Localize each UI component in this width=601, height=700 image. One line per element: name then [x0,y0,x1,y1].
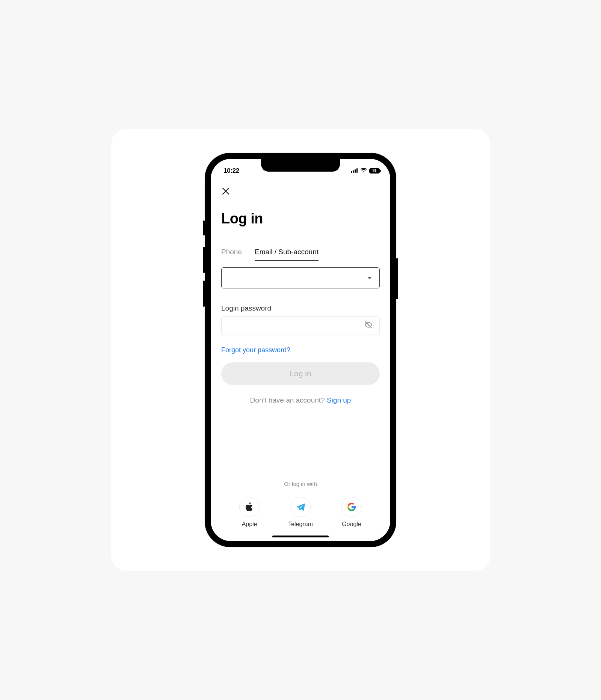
phone-side-button [203,281,205,307]
social-login-divider: Or log in with [221,481,380,487]
phone-side-button [203,247,205,273]
social-label-google: Google [342,521,361,528]
password-field[interactable] [221,316,380,335]
social-label-telegram: Telegram [288,521,313,528]
phone-side-button [203,220,205,235]
social-login-row: Apple Telegram Google [225,497,376,541]
tab-phone[interactable]: Phone [221,248,242,261]
home-indicator[interactable] [272,536,329,537]
cellular-icon [351,167,358,175]
status-time: 10:22 [223,167,239,175]
close-icon[interactable] [222,186,230,197]
email-account-select[interactable] [221,267,380,288]
signup-prompt: Don't have an account? Sign up [221,396,380,404]
signup-prompt-text: Don't have an account? [250,396,327,404]
chevron-down-icon [367,277,372,279]
svg-rect-3 [356,168,358,173]
apple-icon [239,497,260,517]
wifi-icon [360,167,367,175]
telegram-icon [290,497,311,517]
signup-link[interactable]: Sign up [327,396,351,404]
social-login-telegram[interactable]: Telegram [288,497,313,528]
social-login-google[interactable]: Google [341,497,362,528]
svg-rect-2 [355,169,356,173]
app-showcase-frame: 10:22 91 [111,129,490,571]
battery-level: 91 [372,169,376,173]
divider-text: Or log in with [284,481,317,487]
tab-email[interactable]: Email / Sub-account [255,248,319,261]
svg-rect-1 [353,170,354,173]
phone-notch [261,159,340,172]
login-screen: Log in Phone Email / Sub-account Login p… [211,180,390,541]
social-label-apple: Apple [242,521,257,528]
social-login-apple[interactable]: Apple [239,497,260,528]
divider-line [221,484,279,484]
login-button[interactable]: Log in [221,362,380,385]
google-icon [341,497,362,517]
divider-line [322,484,380,484]
login-method-tabs: Phone Email / Sub-account [221,248,380,261]
password-label: Login password [221,304,380,312]
phone-side-button [396,258,398,299]
battery-icon: 91 [369,168,380,173]
phone-screen: 10:22 91 [211,159,390,541]
status-indicators: 91 [351,167,380,175]
svg-rect-0 [351,171,352,173]
eye-off-icon[interactable] [364,321,373,330]
forgot-password-link[interactable]: Forgot your password? [221,346,380,354]
page-title: Log in [221,211,380,227]
phone-frame: 10:22 91 [205,153,396,547]
